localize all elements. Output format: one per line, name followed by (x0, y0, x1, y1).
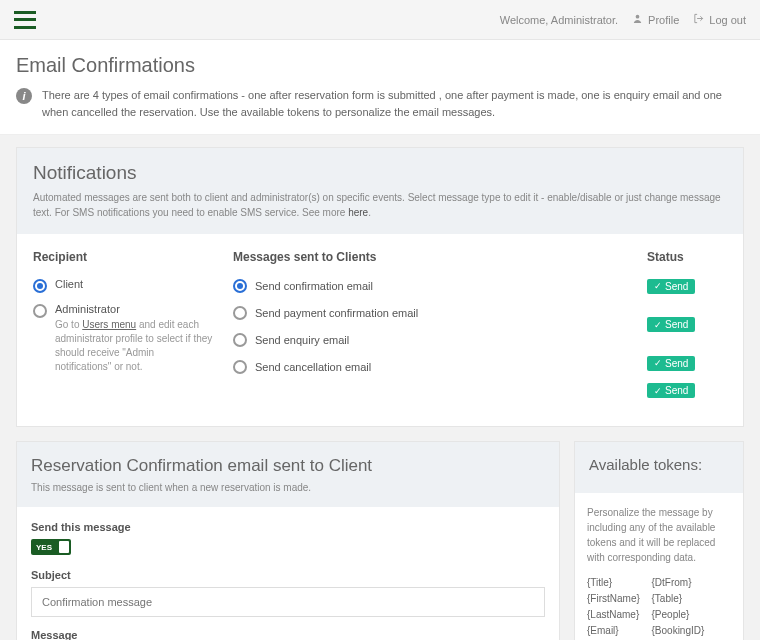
message-label: Send enquiry email (255, 334, 627, 346)
profile-label: Profile (648, 14, 679, 26)
radio-icon (233, 333, 247, 347)
radio-icon (233, 360, 247, 374)
editor-panel: Reservation Confirmation email sent to C… (16, 441, 560, 640)
message-confirmation[interactable]: Send confirmation email (233, 278, 627, 293)
message-cancellation[interactable]: Send cancellation email (233, 359, 627, 374)
welcome-text: Welcome, Administrator. (500, 14, 618, 26)
toggle-knob (59, 541, 69, 553)
topbar: Welcome, Administrator. Profile Log out (0, 0, 760, 40)
status-badge[interactable]: Send (647, 317, 695, 332)
send-message-label: Send this message (31, 521, 545, 533)
message-label: Message (31, 629, 545, 640)
info-icon: i (16, 88, 32, 104)
page-title: Email Confirmations (16, 54, 744, 77)
token-item[interactable]: {FirstName} (587, 593, 644, 604)
token-item[interactable]: {Email} (587, 625, 644, 636)
see-more-link[interactable]: here (348, 207, 368, 218)
page-header: Email Confirmations i There are 4 types … (0, 40, 760, 135)
token-item[interactable]: {DtFrom} (652, 577, 732, 588)
recipient-label: Client (55, 278, 83, 290)
menu-hamburger-icon[interactable] (14, 11, 36, 29)
token-item[interactable]: {Title} (587, 577, 644, 588)
user-icon (632, 13, 643, 26)
editor-title: Reservation Confirmation email sent to C… (31, 456, 545, 476)
status-badge[interactable]: Send (647, 356, 695, 371)
recipient-help: Go to Users menu and edit each administr… (55, 318, 213, 374)
recipient-client[interactable]: Client (33, 278, 213, 293)
tokens-title: Available tokens: (589, 456, 729, 473)
message-enquiry[interactable]: Send enquiry email (233, 332, 627, 347)
token-item[interactable]: {LastName} (587, 609, 644, 620)
token-item[interactable]: {People} (652, 609, 732, 620)
editor-subtitle: This message is sent to client when a ne… (31, 482, 545, 493)
toggle-value: YES (31, 543, 52, 552)
users-menu-link[interactable]: Users menu (82, 319, 136, 330)
status-header: Status (647, 250, 727, 264)
message-label: Send payment confirmation email (255, 307, 627, 319)
subject-input[interactable] (31, 587, 545, 617)
logout-link[interactable]: Log out (693, 13, 746, 26)
message-payment[interactable]: Send payment confirmation email (233, 305, 627, 320)
recipient-header: Recipient (33, 250, 213, 264)
send-message-toggle[interactable]: YES (31, 539, 71, 555)
subject-label: Subject (31, 569, 545, 581)
message-label: Send confirmation email (255, 280, 627, 292)
logout-label: Log out (709, 14, 746, 26)
radio-icon (233, 306, 247, 320)
svg-point-0 (636, 15, 640, 19)
page-info-text: There are 4 types of email confirmations… (42, 87, 744, 120)
notifications-title: Notifications (33, 162, 727, 184)
radio-icon (33, 279, 47, 293)
recipient-label: Administrator (55, 303, 213, 315)
recipient-administrator[interactable]: Administrator Go to Users menu and edit … (33, 303, 213, 374)
profile-link[interactable]: Profile (632, 13, 679, 26)
tokens-description: Personalize the message by including any… (587, 505, 731, 565)
logout-icon (693, 13, 704, 26)
token-item[interactable]: {Table} (652, 593, 732, 604)
tokens-panel: Available tokens: Personalize the messag… (574, 441, 744, 640)
notifications-subtitle: Automated messages are sent both to clie… (33, 190, 727, 220)
messages-header: Messages sent to Clients (233, 250, 627, 264)
radio-icon (233, 279, 247, 293)
status-badge[interactable]: Send (647, 383, 695, 398)
token-item[interactable]: {BookingID} (652, 625, 732, 636)
notifications-panel: Notifications Automated messages are sen… (16, 147, 744, 427)
status-badge[interactable]: Send (647, 279, 695, 294)
message-label: Send cancellation email (255, 361, 627, 373)
radio-icon (33, 304, 47, 318)
